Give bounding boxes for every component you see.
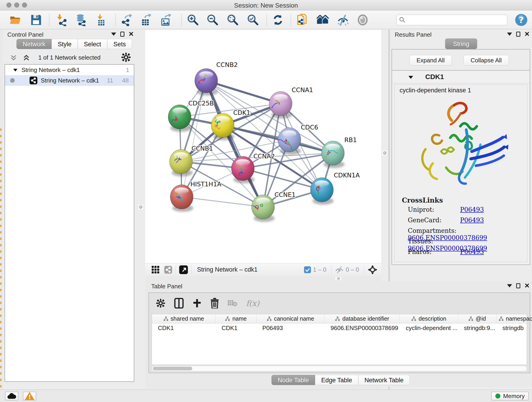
- collapse-all-button[interactable]: Collapse All: [463, 55, 509, 65]
- table-cell[interactable]: CDK1: [152, 323, 215, 332]
- columns-icon[interactable]: [174, 298, 184, 308]
- tab-string[interactable]: String: [445, 38, 477, 49]
- splitter-handle[interactable]: [138, 204, 144, 210]
- refresh-icon[interactable]: [271, 13, 285, 27]
- close-panel-icon[interactable]: ✕: [525, 32, 530, 37]
- expand-all-button[interactable]: Expand All: [409, 55, 452, 65]
- cloud-icon[interactable]: [5, 392, 18, 400]
- network-canvas[interactable]: CCNB2CCNA1CDC25BCDK1CDC6RB1CCNB1CCNA2CDK…: [145, 30, 381, 263]
- column-header-canonicalname[interactable]: canonical name: [256, 314, 325, 323]
- panel-menu-icon[interactable]: [111, 32, 116, 36]
- node-RB1[interactable]: [322, 141, 345, 168]
- table-cell[interactable]: P06493: [256, 323, 325, 332]
- splitter-handle[interactable]: [382, 150, 388, 156]
- node-CCNE1[interactable]: [252, 195, 275, 222]
- sphere-icon[interactable]: [355, 13, 370, 27]
- zoom-in-icon[interactable]: [186, 13, 200, 27]
- birdseye-icon[interactable]: [367, 265, 378, 275]
- float-panel-icon[interactable]: [516, 283, 520, 288]
- horizontal-scrollbar[interactable]: [152, 366, 527, 371]
- import-network-icon[interactable]: [55, 13, 69, 27]
- search-field[interactable]: [406, 17, 502, 23]
- import-table-icon[interactable]: [94, 13, 108, 27]
- column-header-namespace[interactable]: namespace: [496, 314, 532, 323]
- horizontal-splitter-handle[interactable]: [335, 276, 342, 281]
- node-HIST1H1A[interactable]: [170, 185, 193, 212]
- tab-edge-table[interactable]: Edge Table: [315, 375, 358, 385]
- node-CDKN1A[interactable]: [310, 178, 334, 205]
- share-file-icon[interactable]: [295, 13, 309, 27]
- table-cell[interactable]: CDK1: [215, 323, 256, 332]
- save-icon[interactable]: [29, 13, 43, 27]
- export-network-icon[interactable]: [120, 13, 134, 27]
- column-header-databaseidentifier[interactable]: database identifier: [325, 314, 400, 323]
- gear-icon[interactable]: [156, 298, 165, 308]
- node-CDC25B[interactable]: [168, 105, 191, 132]
- table-cell[interactable]: 9606.ENSP00000378699: [325, 323, 400, 332]
- tab-network-table[interactable]: Network Table: [358, 375, 410, 385]
- add-column-icon[interactable]: [192, 299, 202, 308]
- search-input[interactable]: [396, 15, 507, 25]
- selected-checkbox[interactable]: [304, 266, 311, 274]
- expander-icon[interactable]: [13, 68, 18, 72]
- zoom-out-icon[interactable]: [205, 13, 220, 27]
- trash-icon[interactable]: [210, 298, 219, 308]
- tab-style[interactable]: Style: [51, 39, 78, 49]
- search-icon: [399, 17, 406, 23]
- export-table-icon[interactable]: [139, 13, 153, 27]
- zoom-selected-icon[interactable]: [246, 13, 260, 27]
- delete-table-icon[interactable]: [228, 299, 237, 307]
- share-icon[interactable]: [164, 266, 172, 274]
- tab-node-table[interactable]: Node Table: [272, 375, 315, 385]
- column-header-name[interactable]: name: [215, 314, 256, 323]
- panel-menu-icon[interactable]: [507, 32, 512, 36]
- crosslink-link[interactable]: P06493: [460, 248, 484, 255]
- column-header-id[interactable]: @id: [458, 314, 496, 323]
- hidden-eye-icon[interactable]: [335, 266, 344, 274]
- function-icon[interactable]: f(x): [246, 299, 259, 308]
- export-view-icon[interactable]: [179, 265, 188, 274]
- gear-icon[interactable]: [121, 52, 131, 63]
- node-CCNA1[interactable]: [269, 91, 292, 119]
- tab-sets[interactable]: Sets: [107, 39, 132, 49]
- node-CCNB2[interactable]: [195, 69, 218, 96]
- memory-button[interactable]: Memory: [491, 392, 529, 400]
- network-row[interactable]: String Network – cdk1 11 48: [5, 75, 134, 86]
- edge-HIST1H1A-CCNE1[interactable]: [182, 197, 263, 207]
- close-panel-icon[interactable]: ✕: [128, 32, 134, 37]
- open-folder-icon[interactable]: [8, 13, 22, 27]
- warning-icon[interactable]: [23, 392, 36, 400]
- table-cell[interactable]: stringdb:9...: [458, 323, 496, 332]
- column-header-description[interactable]: description: [400, 314, 458, 323]
- tab-select[interactable]: Select: [78, 39, 107, 49]
- selected-count: 1 – 0: [313, 266, 326, 273]
- import-database-icon[interactable]: [74, 13, 88, 27]
- export-image-icon[interactable]: [158, 13, 173, 27]
- left-splitter[interactable]: [136, 30, 145, 389]
- table-row[interactable]: CDK1CDK1P064939606.ENSP00000378699cyclin…: [152, 323, 527, 332]
- column-header-sharedname[interactable]: shared name: [152, 314, 215, 323]
- hide-visibility-icon[interactable]: [336, 13, 350, 27]
- table-cell[interactable]: cyclin-dependent ...: [400, 323, 458, 332]
- tab-network[interactable]: Network: [17, 39, 51, 49]
- expander-icon[interactable]: [408, 75, 413, 79]
- window-title: Session: New Session: [0, 2, 532, 9]
- result-entry-header[interactable]: CDK1: [392, 70, 530, 83]
- table-cell[interactable]: stringdb: [496, 323, 532, 332]
- float-panel-icon[interactable]: [120, 32, 124, 37]
- zoom-fit-icon[interactable]: [225, 13, 240, 27]
- node-CDC6[interactable]: [278, 128, 301, 155]
- float-panel-icon[interactable]: [516, 32, 520, 37]
- crosslink-link[interactable]: P06493: [460, 206, 484, 213]
- scrollbar-thumb[interactable]: [153, 367, 192, 370]
- help-icon[interactable]: ?: [514, 13, 528, 27]
- homes-icon[interactable]: [316, 13, 330, 27]
- grid-icon[interactable]: [151, 265, 160, 274]
- node-CDK1[interactable]: [211, 113, 234, 140]
- node-CCNA2[interactable]: [231, 156, 254, 183]
- node-CCNB1[interactable]: [170, 149, 193, 177]
- panel-menu-icon[interactable]: [507, 284, 512, 287]
- network-collection-row[interactable]: String Network – cdk1 1: [5, 65, 134, 75]
- close-panel-icon[interactable]: ✕: [525, 283, 530, 288]
- crosslink-link[interactable]: P06493: [460, 217, 484, 224]
